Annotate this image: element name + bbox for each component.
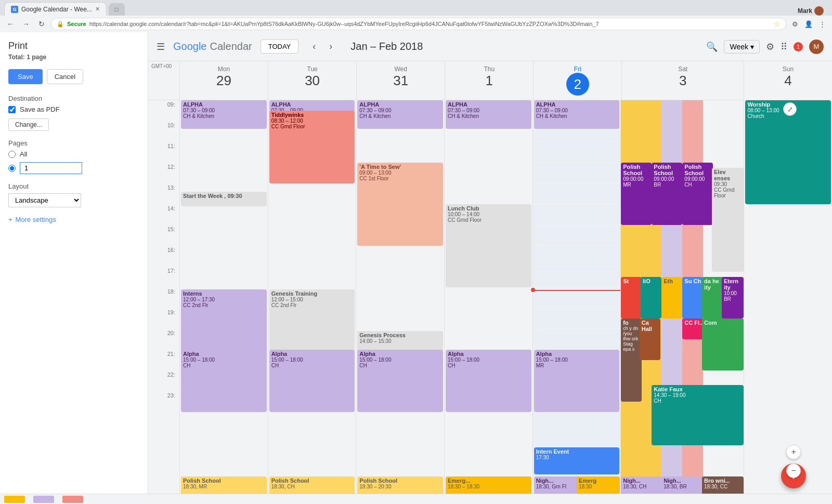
event-elev-sat[interactable]: Elev enses 09:30 CC Grnd Floor	[712, 168, 744, 272]
event-ioc-sat[interactable]: IiO	[641, 277, 661, 319]
event-polish2-sat[interactable]: Polish School 09:00:00 BR	[652, 163, 682, 225]
event-loc: CC 1st Floor	[359, 176, 441, 181]
event-start-week-mon[interactable]: Start the Week , 09:30	[181, 192, 267, 206]
day-col-mon[interactable]: ALPHA 07:30 – 09:00 CH & Kitchen Start t…	[179, 100, 268, 504]
expand-icon[interactable]: ⤢	[783, 102, 797, 116]
time-slot-17: 17:	[148, 267, 179, 287]
event-alpha2-wed[interactable]: Alpha 15:00 – 18:00 CH	[357, 350, 443, 412]
event-alpha2-fri[interactable]: Alpha 15:00 – 18:00 MR	[534, 350, 620, 412]
day-col-sun[interactable]: Worship 08:00 – 13:00 Church ⤢ + + −	[744, 100, 832, 504]
event-polish3-sat[interactable]: Polish School 09:00:00 CH	[682, 163, 713, 225]
event-loc: CH & Kitchen	[359, 113, 441, 119]
event-title: da he ity	[704, 278, 722, 290]
day-col-sat[interactable]: Polish School 09:00:00 MR Polish School …	[620, 100, 744, 504]
day-col-tue[interactable]: ALPHA 07:30 – 09:00 CH & Kitchen Tiddlyw…	[268, 100, 356, 504]
menu-icon[interactable]: ⋮	[816, 18, 828, 30]
active-tab[interactable]: G Google Calendar - Wee... ✕	[4, 2, 107, 16]
cancel-button[interactable]: Cancel	[47, 69, 83, 84]
event-tiddlywinks-tue[interactable]: Tiddlywinks 08:30 – 12:00 CC Grnd Floor	[269, 111, 355, 183]
hour-line	[356, 287, 444, 308]
search-icon[interactable]: 🔍	[706, 41, 718, 52]
event-title: Intern Event	[536, 448, 618, 455]
next-week-button[interactable]: ›	[323, 39, 338, 54]
time-slot-13: 13:	[148, 183, 179, 204]
save-button[interactable]: Save	[8, 69, 43, 84]
event-loc: CH	[448, 363, 529, 368]
address-bar[interactable]: 🔒 Secure https://calendar.google.com/cal…	[51, 18, 786, 30]
pages-radio-group: All	[8, 150, 139, 174]
back-button[interactable]: ←	[4, 18, 17, 30]
event-alpha-mon[interactable]: ALPHA 07:30 – 09:00 CH & Kitchen	[181, 100, 267, 129]
event-ca-sat[interactable]: Ca Hall	[640, 319, 660, 360]
date-range-label: Jan – Feb 2018	[350, 41, 698, 52]
hour-line	[356, 246, 444, 267]
inactive-tab[interactable]: □	[109, 3, 125, 16]
day-col-wed[interactable]: ALPHA 07:30 – 09:00 CH & Kitchen 'A Time…	[356, 100, 444, 504]
event-sew-wed[interactable]: 'A Time to Sew' 09:00 – 13:00 CC 1st Flo…	[357, 163, 443, 246]
event-alpha-thu[interactable]: ALPHA 07:30 – 09:00 CH & Kitchen	[446, 100, 531, 129]
event-alpha2-tue[interactable]: Alpha 15:00 – 18:00 CH	[269, 350, 355, 412]
extensions-icon[interactable]: ⚙	[789, 18, 801, 30]
hour-line	[744, 287, 832, 308]
event-step-sat[interactable]: St	[621, 277, 642, 319]
event-eth-sat[interactable]: Eth	[661, 277, 682, 319]
all-radio[interactable]	[8, 151, 16, 158]
day-col-thu[interactable]: ALPHA 07:30 – 09:00 CH & Kitchen Lunch C…	[444, 100, 532, 504]
event-alpha-fri[interactable]: ALPHA 07:30 – 09:00 CH & Kitchen	[534, 100, 620, 129]
event-worship-sun[interactable]: Worship 08:00 – 13:00 Church	[745, 100, 831, 204]
more-settings-label[interactable]: More settings	[16, 216, 56, 223]
notification-badge[interactable]: 1	[794, 42, 803, 51]
tab-close-icon[interactable]: ✕	[95, 6, 100, 12]
event-alpha2-mon[interactable]: Alpha 15:00 – 18:00 CH	[181, 350, 267, 412]
save-as-pdf-checkbox[interactable]	[8, 106, 16, 113]
event-com-sat[interactable]: Com	[702, 319, 744, 370]
event-da-sat[interactable]: da he ity	[702, 277, 724, 319]
zoom-in-button[interactable]: +	[786, 445, 801, 459]
event-intern-fri[interactable]: Intern Event 17:30	[534, 447, 620, 474]
current-time-dot	[531, 288, 535, 292]
user-avatar[interactable]: M	[809, 39, 824, 54]
event-katie-sat[interactable]: Katie Faux 14:30 – 19:00 CH	[652, 385, 744, 445]
star-icon[interactable]: ☆	[774, 20, 781, 28]
week-view-dropdown[interactable]: Week ▾	[724, 40, 760, 54]
apps-grid-icon[interactable]: ⠿	[781, 41, 787, 52]
event-title: Elev enses	[714, 169, 742, 181]
pages-input[interactable]	[20, 162, 82, 174]
event-title: IiO	[643, 278, 659, 284]
event-etern-sat[interactable]: Etern ity 10:00 BR	[722, 277, 744, 319]
url-text[interactable]: https://calendar.google.com/calendar/r?t…	[89, 21, 599, 27]
event-genesis-training-tue[interactable]: Genesis Training 12:00 – 15:00 CC 2nd Fl…	[269, 289, 355, 352]
event-su-sat[interactable]: Su Ch	[682, 277, 703, 319]
user-icon[interactable]: 👤	[803, 18, 814, 30]
day-col-fri[interactable]: ALPHA 07:30 – 09:00 CH & Kitchen Alpha 1…	[532, 100, 621, 504]
event-alpha-wed[interactable]: ALPHA 07:30 – 09:00 CH & Kitchen	[357, 100, 443, 129]
forward-button[interactable]: →	[20, 18, 32, 30]
google-calendar-logo: Google Calendar	[173, 41, 252, 52]
event-fo-sat[interactable]: fo ch y dn /you thw ork Stag epa s	[621, 319, 642, 402]
refresh-button[interactable]: ↻	[35, 18, 48, 30]
more-settings-row[interactable]: + More settings	[8, 216, 139, 223]
main-area: Print Total: 1 page Save Cancel Destinat…	[0, 32, 832, 504]
day-name-wed: Wed	[359, 65, 443, 73]
change-button[interactable]: Change...	[8, 118, 49, 131]
event-title: Alpha	[183, 351, 265, 357]
event-lunch-thu[interactable]: Lunch Club 10:00 – 14:00 CC Grnd Floor	[446, 204, 531, 287]
event-polish1-sat[interactable]: Polish School 09:00:00 MR	[621, 163, 652, 225]
settings-icon[interactable]: ⚙	[766, 41, 774, 52]
zoom-out-button[interactable]: −	[786, 463, 801, 478]
layout-select[interactable]: Portrait Landscape	[8, 193, 81, 207]
custom-pages-radio[interactable]	[8, 165, 16, 172]
event-loc: CH & Kitchen	[536, 113, 618, 119]
time-slot-21: 21:	[148, 350, 179, 370]
event-alpha2-thu[interactable]: Alpha 15:00 – 18:00 CH	[446, 350, 531, 412]
day-num-fri: 2	[566, 73, 589, 96]
prev-week-button[interactable]: ‹	[307, 39, 321, 54]
today-button[interactable]: TODAY	[261, 39, 299, 54]
hamburger-menu-icon[interactable]: ☰	[157, 41, 165, 52]
event-title: Bro wni...	[704, 478, 742, 484]
event-loc: CC 2nd Flr	[271, 302, 353, 308]
time-slot-11: 11:	[148, 142, 179, 163]
hour-line	[180, 246, 268, 267]
event-loc: MR	[623, 182, 649, 188]
hour-line	[533, 246, 621, 267]
